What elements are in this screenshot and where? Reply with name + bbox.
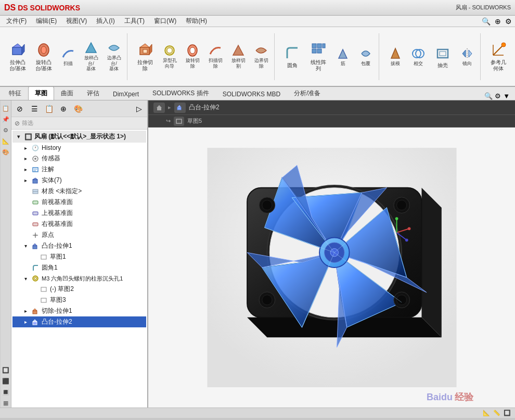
btn-boundary-boss[interactable]: 边界凸台/基体 [103, 40, 125, 73]
side-icon-display[interactable]: 🎨 [1, 147, 10, 157]
settings-icon[interactable]: ⚙ [504, 16, 513, 27]
btn-intersect[interactable]: 相交 [407, 45, 429, 68]
btn-fillet[interactable]: 圆角 [280, 43, 305, 71]
options-icon[interactable]: ⚙ [495, 92, 501, 100]
btn-hole-wizard[interactable]: 异型孔向导 [159, 42, 181, 71]
tree-cut1-expander[interactable]: ▸ [22, 308, 29, 315]
tree-sketch1-label: 草图1 [50, 252, 66, 261]
btn-rib[interactable]: 筋 [332, 45, 354, 68]
breadcrumb-feature-icon[interactable] [174, 103, 186, 113]
btn-linear-pattern[interactable]: 线性阵列 [306, 40, 331, 74]
tree-item-fillet1[interactable]: 圆角1 [12, 262, 146, 273]
search-icon[interactable]: 🔍 [481, 16, 492, 27]
tab-evaluate[interactable]: 评估 [80, 86, 106, 100]
tab-feature[interactable]: 特征 [2, 86, 28, 100]
tab-sw-plugins[interactable]: SOLIDWORKS 插件 [146, 86, 216, 100]
tree-root-expander[interactable]: ▾ [15, 133, 22, 141]
tree-item-front-plane[interactable]: 前视基准面 [12, 197, 146, 208]
panel-btn-1[interactable]: ⊘ [14, 103, 26, 115]
svg-point-38 [34, 158, 36, 160]
btn-loft-boss[interactable]: 放样凸台/基体 [80, 40, 102, 73]
svg-rect-46 [33, 201, 38, 204]
panel-btn-expand[interactable]: ▷ [133, 103, 145, 115]
btn-shell[interactable]: 抽壳 [430, 43, 455, 71]
tree-root-item[interactable]: ▾ 🔲 风扇 (默认<<默认>_显示状态 1>) [12, 131, 146, 143]
btn-extruded-boss[interactable]: 拉伸凸台/基体 [5, 40, 30, 74]
collapse-icon[interactable]: ▼ [503, 92, 510, 100]
tree-item-sketch1[interactable]: 草图1 [12, 251, 146, 262]
tree-item-cut-extrude1[interactable]: ▸ 切除-拉伸1 [12, 306, 146, 316]
sketch-icon[interactable] [174, 117, 184, 126]
expand-icon[interactable]: ⊕ [494, 16, 502, 27]
menu-file[interactable]: 文件(F) [2, 16, 31, 27]
tree-history-expander[interactable]: ▸ [22, 144, 29, 151]
tree-boss1-expander[interactable]: ▾ [22, 243, 29, 250]
side-icon-view1[interactable]: 🔲 [1, 365, 10, 375]
side-icon-featuremgr[interactable]: 📋 [1, 104, 10, 113]
tree-sensors-expander[interactable]: ▸ [22, 155, 29, 162]
svg-point-30 [501, 43, 506, 47]
tab-dimxpert[interactable]: DimXpert [106, 88, 146, 100]
tree-item-history[interactable]: ▸ 🕐 History [12, 143, 146, 153]
side-icon-confmgr[interactable]: ⚙ [1, 125, 10, 135]
side-icon-view3[interactable]: 🔳 [1, 387, 10, 397]
breadcrumb-home-icon[interactable] [153, 103, 165, 113]
tab-sketch[interactable]: 草图 [28, 86, 54, 100]
side-icon-dimxpert[interactable]: 📐 [1, 136, 10, 146]
btn-wrap[interactable]: 包覆 [355, 45, 377, 68]
search-toolbar-icon[interactable]: 🔍 [484, 92, 493, 100]
tree-item-sensors[interactable]: ▸ 传感器 [12, 153, 146, 164]
btn-sweep-cut[interactable]: 扫描切除 [204, 42, 226, 71]
tree-item-material[interactable]: 材质 <未指定> [12, 186, 146, 197]
btn-draft[interactable]: 拔模 [384, 45, 406, 68]
tree-boss2-expander[interactable]: ▸ [22, 319, 29, 326]
side-icon-propmgr[interactable]: 📌 [1, 114, 10, 124]
tree-item-boss-extrude2[interactable]: ▸ 凸台-拉伸2 [12, 316, 146, 327]
btn-loft-boss-label: 放样凸台/基体 [83, 55, 99, 72]
tab-analysis[interactable]: 分析/准备 [287, 86, 327, 100]
tree-solid-expander[interactable]: ▸ [22, 177, 29, 184]
tree-m3-expander[interactable]: ▾ [22, 275, 29, 282]
side-icon-view2[interactable]: ⬛ [1, 376, 10, 386]
tree-item-annotations[interactable]: ▸ 注解 [12, 164, 146, 175]
svg-rect-18 [312, 49, 316, 53]
menu-insert[interactable]: 插入(I) [92, 16, 119, 27]
btn-curves[interactable]: 曲线 [512, 45, 515, 68]
panel-btn-4[interactable]: ⊕ [57, 103, 70, 115]
menu-view[interactable]: 视图(V) [62, 16, 91, 27]
tree-annotations-expander[interactable]: ▸ [22, 166, 29, 173]
btn-loft-cut[interactable]: 放样切割 [227, 42, 249, 71]
menu-tools[interactable]: 工具(T) [120, 16, 149, 27]
tree-item-right-plane[interactable]: 右视基准面 [12, 219, 146, 230]
tree-item-m3-bolt[interactable]: ▾ M3 六角凹头螺钉的柱形沉头孔1 [12, 273, 146, 284]
fan-3d-render [207, 148, 457, 387]
tree-item-top-plane[interactable]: 上视基准面 [12, 208, 146, 219]
tree-item-sketch2[interactable]: (-) 草图2 [12, 284, 146, 295]
menu-edit[interactable]: 编辑(E) [32, 16, 61, 27]
tree-item-sketch3[interactable]: 草图3 [12, 295, 146, 306]
btn-mirror[interactable]: 镜向 [456, 45, 478, 68]
tree-m3-label: M3 六角凹头螺钉的柱形沉头孔1 [42, 275, 123, 283]
btn-ref-geometry[interactable]: 参考几何体 [486, 40, 511, 74]
btn-extruded-cut[interactable]: 拉伸切除 [133, 40, 158, 74]
tab-sw-mbd[interactable]: SOLIDWORKS MBD [216, 88, 287, 100]
tree-item-origin[interactable]: 原点 [12, 230, 146, 240]
toolbar-group-ref: 参考几何体 曲线 [484, 33, 515, 80]
tree-cut1-label: 切除-拉伸1 [42, 307, 72, 315]
tree-sketch3-label: 草图3 [50, 296, 66, 304]
btn-revolve-boss[interactable]: 旋转凸台/基体 [31, 40, 56, 74]
svg-rect-47 [33, 212, 38, 215]
side-icon-view4[interactable]: ▦ [1, 398, 10, 408]
panel-btn-2[interactable]: ☰ [28, 103, 41, 115]
panel-btn-5[interactable]: 🎨 [72, 103, 84, 115]
tab-surface[interactable]: 曲面 [54, 86, 80, 100]
btn-sweep-boss[interactable]: 扫描 [57, 45, 79, 68]
panel-btn-3[interactable]: 📋 [43, 103, 55, 115]
btn-revolve-cut[interactable]: 旋转切除 [182, 42, 203, 71]
btn-boundary-cut[interactable]: 边界切除 [250, 42, 272, 71]
tree-item-solid-bodies[interactable]: ▸ 实体(7) [12, 175, 146, 186]
menu-help[interactable]: 帮助(H) [182, 16, 211, 27]
svg-rect-15 [312, 44, 316, 48]
tree-item-boss-extrude1[interactable]: ▾ 凸台-拉伸1 [12, 240, 146, 251]
menu-window[interactable]: 窗口(W) [150, 16, 181, 27]
